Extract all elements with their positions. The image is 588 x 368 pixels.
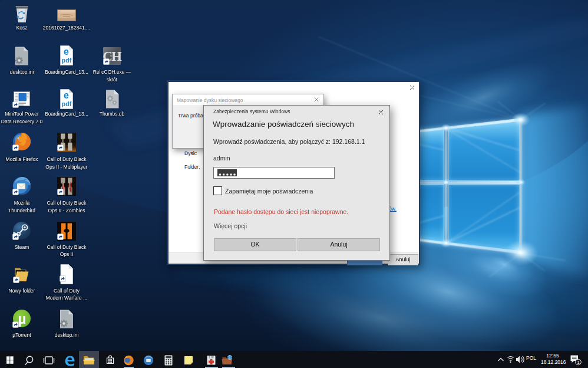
svg-text:1: 1: [577, 360, 579, 365]
